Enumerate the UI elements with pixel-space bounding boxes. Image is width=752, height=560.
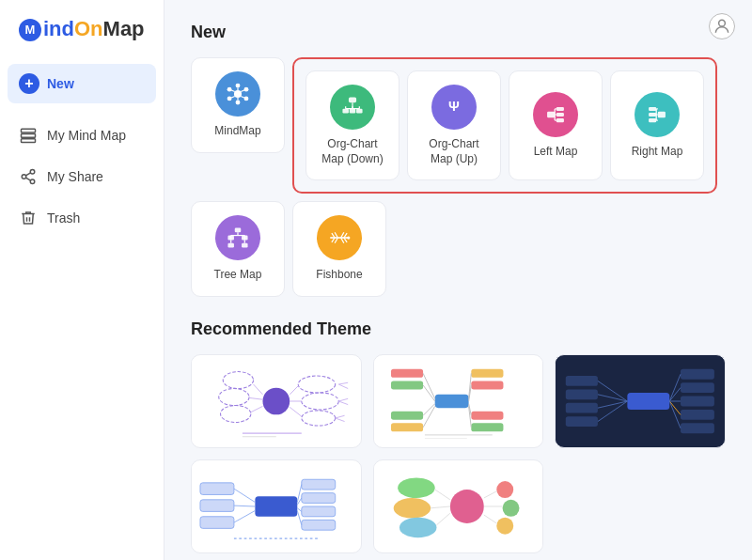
svg-rect-119 — [566, 376, 598, 386]
org-down-label: Org-Chart Map (Down) — [316, 137, 389, 166]
svg-rect-49 — [235, 228, 242, 233]
svg-rect-33 — [556, 113, 564, 117]
svg-point-11 — [244, 87, 249, 92]
theme-card-1[interactable] — [191, 354, 362, 448]
svg-rect-137 — [302, 479, 336, 490]
new-button[interactable]: + New — [8, 64, 156, 103]
svg-rect-122 — [566, 416, 598, 427]
org-up-label: Org-Chart Map (Up) — [417, 137, 491, 166]
svg-rect-25 — [356, 109, 363, 114]
svg-point-8 — [719, 20, 726, 26]
svg-rect-23 — [342, 109, 349, 114]
new-label: New — [47, 76, 74, 91]
svg-rect-35 — [547, 112, 555, 118]
svg-rect-134 — [200, 483, 234, 495]
svg-point-5 — [30, 179, 35, 184]
svg-rect-1 — [22, 134, 36, 138]
layers-icon — [19, 126, 38, 145]
fishbone-icon — [317, 215, 362, 260]
svg-rect-43 — [649, 118, 656, 122]
sidebar-item-my-share[interactable]: My Share — [0, 156, 164, 197]
svg-point-154 — [496, 481, 513, 498]
svg-rect-0 — [22, 129, 36, 132]
svg-point-156 — [496, 517, 513, 534]
profile-icon[interactable] — [709, 13, 735, 39]
svg-rect-41 — [649, 107, 656, 111]
svg-rect-2 — [22, 139, 36, 143]
svg-text:Ψ: Ψ — [448, 99, 460, 114]
map-card-org-up[interactable]: Ψ Org-Chart Map (Up) — [407, 70, 501, 180]
svg-line-17 — [241, 90, 244, 92]
svg-rect-116 — [681, 396, 714, 406]
left-map-label: Left Map — [534, 145, 578, 160]
svg-rect-135 — [200, 500, 234, 512]
highlighted-maps-box: Org-Chart Map (Down) Ψ Org-Chart Map (Up… — [292, 57, 717, 194]
theme-card-2[interactable] — [373, 354, 544, 448]
map-card-fishbone[interactable]: Fishbone — [292, 201, 386, 297]
svg-rect-100 — [471, 412, 503, 420]
svg-line-62 — [335, 233, 337, 239]
new-section: New — [191, 23, 726, 297]
svg-rect-24 — [350, 109, 356, 114]
svg-rect-97 — [471, 381, 503, 389]
svg-rect-53 — [242, 243, 248, 248]
svg-point-155 — [502, 500, 519, 517]
svg-rect-44 — [658, 112, 666, 118]
sidebar-item-my-mind-map[interactable]: My Mind Map — [0, 115, 164, 156]
svg-rect-120 — [566, 389, 598, 399]
sidebar: MindOnMap + New My Mind Map — [0, 0, 164, 560]
svg-point-14 — [227, 96, 232, 101]
map-card-tree-map[interactable]: Tree Map — [191, 201, 285, 297]
main-content: New — [164, 0, 752, 560]
sidebar-item-trash[interactable]: Trash — [0, 197, 164, 239]
svg-rect-99 — [391, 423, 423, 431]
svg-rect-95 — [391, 381, 423, 389]
svg-point-13 — [236, 101, 241, 105]
svg-rect-101 — [471, 423, 503, 431]
map-card-right-map[interactable]: Right Map — [610, 70, 704, 180]
theme-grid — [191, 354, 726, 553]
mindmap-icon — [215, 71, 260, 117]
svg-line-7 — [25, 173, 30, 176]
svg-rect-113 — [628, 393, 670, 410]
my-mind-map-label: My Mind Map — [47, 128, 126, 143]
svg-point-69 — [347, 237, 350, 240]
svg-rect-115 — [681, 382, 714, 393]
svg-rect-93 — [434, 395, 468, 408]
map-card-left-map[interactable]: Left Map — [509, 70, 603, 180]
svg-point-153 — [400, 517, 437, 537]
fishbone-label: Fishbone — [316, 268, 362, 283]
logo-icon: MindOnMap — [19, 17, 145, 40]
theme-card-3[interactable] — [555, 354, 726, 448]
svg-rect-32 — [556, 107, 564, 111]
org-up-icon: Ψ — [431, 85, 477, 130]
right-map-icon — [634, 92, 680, 137]
theme-card-4[interactable] — [191, 459, 362, 553]
svg-rect-94 — [391, 369, 423, 378]
map-card-org-down[interactable]: Org-Chart Map (Down) — [306, 70, 400, 180]
left-map-icon — [533, 92, 578, 137]
new-section-title: New — [191, 23, 726, 42]
nav-items: My Mind Map My Share — [0, 107, 164, 239]
svg-rect-114 — [681, 369, 714, 380]
svg-rect-117 — [681, 410, 714, 420]
svg-line-66 — [335, 238, 337, 243]
mindmap-label: MindMap — [214, 124, 260, 139]
second-row-maps: Tree Map — [191, 201, 726, 297]
svg-rect-98 — [391, 412, 423, 420]
my-share-label: My Share — [47, 169, 103, 184]
recommended-section: Recommended Theme — [191, 319, 726, 553]
svg-point-152 — [393, 498, 431, 519]
svg-point-4 — [22, 175, 26, 179]
recommended-title: Recommended Theme — [191, 319, 726, 339]
map-card-mindmap[interactable]: MindMap — [191, 57, 285, 153]
svg-point-3 — [30, 170, 35, 175]
org-down-icon — [330, 85, 375, 130]
svg-rect-34 — [556, 118, 564, 122]
svg-point-150 — [450, 490, 484, 523]
svg-rect-140 — [302, 520, 336, 530]
svg-point-15 — [227, 87, 232, 92]
svg-rect-136 — [200, 517, 234, 529]
theme-card-5[interactable] — [373, 459, 544, 553]
tree-map-label: Tree Map — [214, 268, 262, 283]
